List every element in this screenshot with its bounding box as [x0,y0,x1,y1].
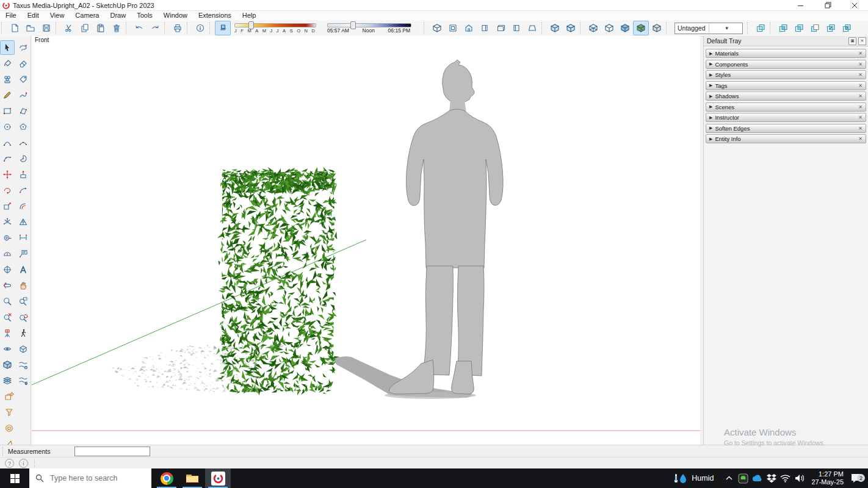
tags-dropdown[interactable]: Untagged ▼ [675,23,743,34]
push-pull-button[interactable] [16,167,31,182]
restore-button[interactable] [814,0,841,10]
menu-edit[interactable]: Edit [22,11,45,20]
menu-camera[interactable]: Camera [70,11,104,20]
trim-button[interactable] [823,21,839,35]
section-plane-button[interactable] [16,342,31,356]
ext-blue-1-button[interactable] [0,357,15,372]
view-right-button[interactable] [477,21,493,35]
tray-section-scenes[interactable]: ▶Scenes✕ [706,102,866,112]
delete-button[interactable] [109,21,125,35]
shadow-box-button[interactable] [215,21,231,35]
tray-section-soften-edges[interactable]: ▶Soften Edges✕ [706,124,866,133]
zoom-button[interactable] [0,294,15,309]
menu-view[interactable]: View [45,11,70,20]
tray-section-instructor[interactable]: ▶Instructor✕ [706,113,866,122]
chevron-up-icon[interactable] [723,476,735,481]
tag-button[interactable] [16,72,31,87]
section-close-icon[interactable]: ✕ [858,51,863,56]
pie-button[interactable] [16,151,31,166]
paste-button[interactable] [93,21,109,35]
look-around-button[interactable] [0,342,15,356]
measurements-input[interactable] [74,447,150,456]
hidden-line-button[interactable] [601,21,617,35]
undo-button[interactable] [131,21,147,35]
taskbar-clock[interactable]: 1:27 PM 27-May-25 [811,470,844,486]
model-info-button[interactable] [192,21,208,35]
action-center-button[interactable]: 2 [847,473,866,483]
shadow-month-slider[interactable]: JFMAMJJASOND [234,21,320,35]
axes-button[interactable] [0,215,15,229]
section-close-icon[interactable]: ✕ [858,83,863,88]
tray-section-styles[interactable]: ▶Styles✕ [706,70,866,79]
scale-button[interactable] [0,199,15,214]
copy-button[interactable] [77,21,93,35]
tray-close-icon[interactable]: ✕ [858,37,866,45]
target-button[interactable] [0,262,15,277]
tray-section-materials[interactable]: ▶Materials✕ [706,49,866,58]
wifi-icon[interactable] [779,475,791,483]
polygon-button[interactable] [16,120,31,134]
tray-section-tags[interactable]: ▶Tags✕ [706,81,866,90]
section-close-icon[interactable]: ✕ [858,126,863,131]
union-button[interactable] [791,21,807,35]
freehand-button[interactable] [16,88,31,102]
ext-blue-2-button[interactable] [16,357,31,372]
three-d-text-button[interactable] [16,262,31,277]
sandbox-button[interactable] [16,215,31,229]
zoom-extents-button[interactable] [0,310,15,325]
tape-measure-button[interactable] [0,231,15,245]
follow-me-button[interactable] [16,183,31,198]
two-point-arc-button[interactable] [16,135,31,150]
tray-section-components[interactable]: ▶Components✕ [706,60,866,69]
dropbox-icon[interactable] [765,474,777,483]
eraser-button[interactable] [16,56,31,71]
geolocation-icon[interactable]: i [19,459,28,468]
time-slider-track[interactable] [327,23,411,27]
zoom-previous-button[interactable] [16,310,31,325]
volume-icon[interactable] [794,474,805,483]
section-close-icon[interactable]: ✕ [858,104,863,110]
tray-section-entity-info[interactable]: ▶Entity Info✕ [706,134,866,143]
chat-app-icon[interactable] [737,473,749,484]
rectangle-button[interactable] [0,104,15,118]
menu-help[interactable]: Help [237,11,262,20]
taskbar-search[interactable] [29,468,151,488]
cut-button[interactable] [61,21,77,35]
back-edges-button[interactable] [563,21,579,35]
shaded-button[interactable] [617,21,633,35]
paint-bucket-button[interactable] [0,56,15,71]
view-front-button[interactable] [461,21,477,35]
position-camera-button[interactable] [0,326,15,340]
line-button[interactable] [0,88,15,102]
tray-section-shadows[interactable]: ▶Shadows✕ [706,92,866,101]
move-button[interactable] [0,167,15,182]
split-button[interactable] [839,21,855,35]
section-close-icon[interactable]: ✕ [858,115,863,120]
month-slider-track[interactable] [234,23,316,27]
rotated-rectangle-button[interactable] [16,104,31,118]
make-component-button[interactable] [0,72,15,87]
taskbar-app-sketchup[interactable] [205,468,231,488]
print-button[interactable] [170,21,186,35]
view-back-button[interactable] [493,21,508,35]
protractor-button[interactable] [0,246,15,261]
section-close-icon[interactable]: ✕ [858,62,863,67]
three-point-arc-button[interactable] [0,151,15,166]
menu-extensions[interactable]: Extensions [193,11,237,20]
section-close-icon[interactable]: ✕ [858,93,863,99]
section-close-icon[interactable]: ✕ [858,72,863,77]
text-button[interactable] [16,246,31,261]
minimize-button[interactable] [787,0,814,10]
taskbar-app-file-explorer[interactable] [179,468,205,488]
shaded-with-textures-button[interactable] [633,21,649,35]
ext-blue-3-button[interactable] [0,373,15,388]
orbit-button[interactable] [0,278,15,293]
donut-button[interactable] [2,421,16,436]
shadow-time-slider[interactable]: 05:57 AM Noon 06:15 PM [327,21,419,35]
close-button[interactable] [841,0,868,10]
start-button[interactable] [0,468,29,488]
menu-window[interactable]: Window [158,11,193,20]
view-iso-button[interactable] [429,21,445,35]
new-file-button[interactable] [7,21,23,35]
monochrome-button[interactable] [649,21,665,35]
